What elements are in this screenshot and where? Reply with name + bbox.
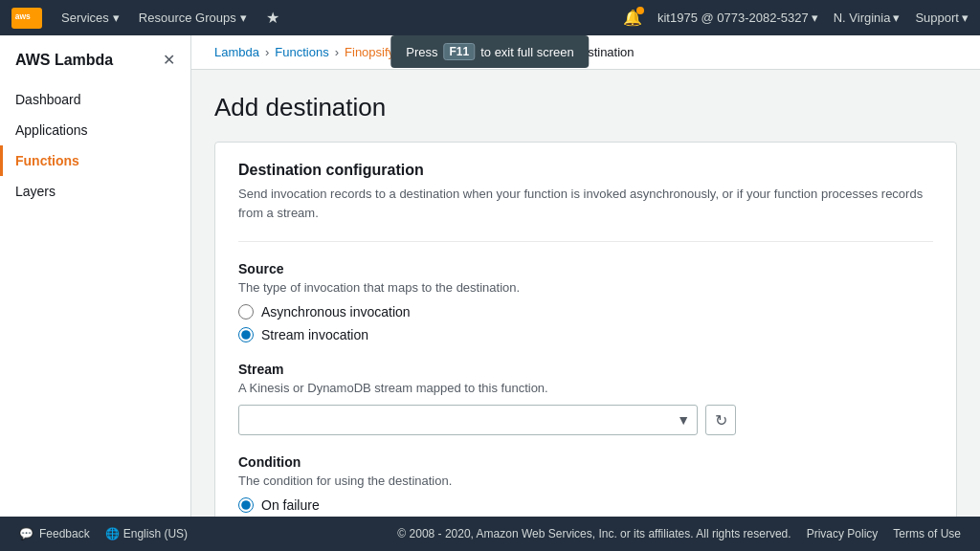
footer-left: 💬 Feedback 🌐 English (US) bbox=[19, 527, 188, 540]
svg-text:aws: aws bbox=[15, 11, 31, 20]
footer: 💬 Feedback 🌐 English (US) © 2008 - 2020,… bbox=[0, 517, 980, 551]
stream-select-row: ▼ ↻ bbox=[238, 405, 933, 435]
sidebar: AWS Lambda ✕ Dashboard Applications Func… bbox=[0, 35, 191, 517]
resource-groups-chevron-icon: ▾ bbox=[240, 11, 247, 25]
aws-logo[interactable]: aws bbox=[11, 8, 42, 29]
refresh-icon: ↻ bbox=[715, 411, 727, 430]
source-async-option[interactable]: Asynchronous invocation bbox=[238, 304, 933, 320]
footer-right: © 2008 - 2020, Amazon Web Services, Inc.… bbox=[397, 527, 961, 540]
condition-hint: The condition for using the destination. bbox=[238, 474, 933, 488]
language-selector[interactable]: 🌐 English (US) bbox=[105, 527, 188, 540]
source-hint: The type of invocation that maps to the … bbox=[238, 280, 933, 295]
stream-label: Stream bbox=[238, 362, 933, 377]
services-menu[interactable]: Services ▾ bbox=[61, 11, 120, 25]
content-area: Lambda › Functions › FinopsifyAccountAct… bbox=[191, 35, 980, 517]
sidebar-header: AWS Lambda ✕ bbox=[0, 51, 190, 84]
breadcrumb-lambda[interactable]: Lambda bbox=[214, 45, 259, 59]
card-title: Destination configuration bbox=[238, 162, 933, 179]
user-menu[interactable]: kit1975 @ 0773-2082-5327 ▾ bbox=[657, 11, 818, 25]
aws-logo-box: aws bbox=[11, 8, 42, 29]
privacy-policy-link[interactable]: Privacy Policy bbox=[807, 527, 879, 540]
sidebar-title: AWS Lambda bbox=[15, 52, 113, 69]
globe-icon: 🌐 bbox=[105, 527, 120, 540]
card-description: Send invocation records to a destination… bbox=[238, 185, 933, 222]
stream-select[interactable] bbox=[238, 405, 698, 435]
source-section: Source The type of invocation that maps … bbox=[238, 261, 933, 342]
condition-label: Condition bbox=[238, 454, 933, 470]
condition-section: Condition The condition for using the de… bbox=[238, 454, 933, 513]
breadcrumb-sep-2: › bbox=[335, 45, 339, 59]
condition-on-failure-radio[interactable] bbox=[238, 497, 254, 513]
sidebar-item-layers[interactable]: Layers bbox=[0, 176, 190, 207]
feedback-link[interactable]: 💬 Feedback bbox=[19, 527, 90, 540]
terms-of-use-link[interactable]: Terms of Use bbox=[893, 527, 961, 540]
sidebar-item-applications[interactable]: Applications bbox=[0, 115, 190, 145]
copyright-text: © 2008 - 2020, Amazon Web Services, Inc.… bbox=[397, 527, 791, 540]
breadcrumb-sep-1: › bbox=[265, 45, 269, 59]
services-chevron-icon: ▾ bbox=[113, 11, 120, 25]
region-chevron-icon: ▾ bbox=[893, 11, 900, 25]
breadcrumb-functions[interactable]: Functions bbox=[275, 45, 328, 59]
source-radio-group: Asynchronous invocation Stream invocatio… bbox=[238, 304, 933, 342]
favorites-icon[interactable]: ★ bbox=[266, 9, 279, 27]
resource-groups-menu[interactable]: Resource Groups ▾ bbox=[139, 11, 247, 25]
condition-on-failure-option[interactable]: On failure bbox=[238, 497, 933, 513]
stream-section: Stream A Kinesis or DynamoDB stream mapp… bbox=[238, 362, 933, 435]
main-layout: AWS Lambda ✕ Dashboard Applications Func… bbox=[0, 35, 980, 517]
sidebar-nav: Dashboard Applications Functions Layers bbox=[0, 84, 190, 207]
destination-config-card: Destination configuration Send invocatio… bbox=[214, 142, 957, 517]
stream-select-wrapper: ▼ bbox=[238, 405, 698, 435]
support-menu[interactable]: Support ▾ bbox=[915, 11, 969, 25]
condition-radio-group: On failure bbox=[238, 497, 933, 513]
stream-hint: A Kinesis or DynamoDB stream mapped to t… bbox=[238, 381, 933, 395]
condition-on-failure-label: On failure bbox=[261, 497, 320, 513]
f11-key: F11 bbox=[444, 43, 476, 60]
fullscreen-tooltip: Press F11 to exit full screen bbox=[390, 35, 589, 68]
page-title: Add destination bbox=[214, 93, 957, 122]
sidebar-item-functions[interactable]: Functions bbox=[0, 145, 190, 176]
nav-right: 🔔 kit1975 @ 0773-2082-5327 ▾ N. Virginia… bbox=[623, 9, 969, 27]
region-menu[interactable]: N. Virginia ▾ bbox=[834, 11, 901, 25]
source-stream-radio[interactable] bbox=[238, 327, 254, 342]
notifications-bell[interactable]: 🔔 bbox=[623, 9, 642, 27]
card-divider-1 bbox=[238, 241, 933, 242]
source-stream-label: Stream invocation bbox=[261, 327, 368, 342]
page-content: Add destination Destination configuratio… bbox=[191, 70, 980, 517]
support-chevron-icon: ▾ bbox=[962, 11, 969, 25]
stream-refresh-button[interactable]: ↻ bbox=[705, 405, 736, 435]
sidebar-item-dashboard[interactable]: Dashboard bbox=[0, 84, 190, 115]
source-label: Source bbox=[238, 261, 933, 276]
user-chevron-icon: ▾ bbox=[812, 11, 818, 25]
top-navigation: aws Services ▾ Resource Groups ▾ ★ Press… bbox=[0, 0, 980, 35]
source-async-radio[interactable] bbox=[238, 304, 254, 320]
source-stream-option[interactable]: Stream invocation bbox=[238, 327, 933, 342]
source-async-label: Asynchronous invocation bbox=[261, 304, 411, 320]
feedback-chat-icon: 💬 bbox=[19, 527, 33, 540]
sidebar-close-button[interactable]: ✕ bbox=[163, 51, 175, 69]
notification-dot bbox=[636, 7, 644, 14]
